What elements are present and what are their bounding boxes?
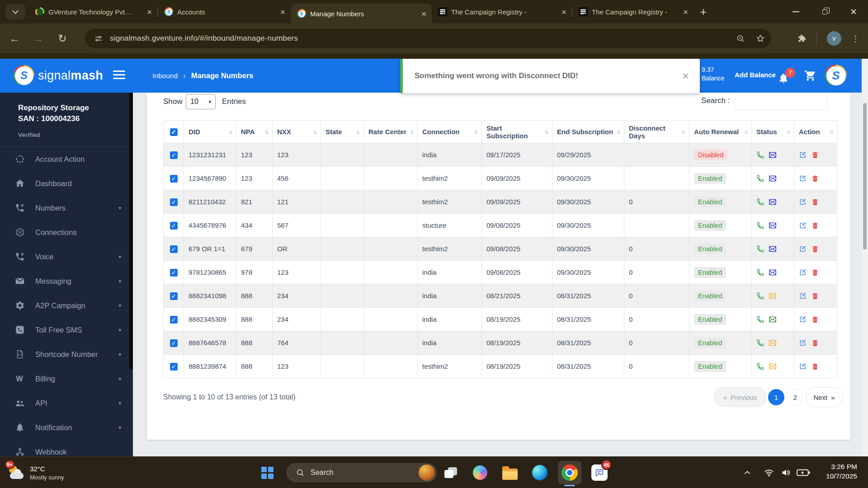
row-checkbox[interactable]: ✓ <box>170 222 178 230</box>
hamburger-menu-icon[interactable] <box>113 70 125 81</box>
edit-icon[interactable] <box>799 174 807 183</box>
profile-avatar[interactable]: v <box>827 31 841 46</box>
delete-icon[interactable] <box>811 151 819 159</box>
envelope-icon[interactable] <box>769 151 777 159</box>
edit-icon[interactable] <box>799 315 807 324</box>
column-header[interactable]: Status↑↓ <box>752 121 794 143</box>
sort-icon[interactable]: ↑↓ <box>786 128 789 135</box>
page-button-1[interactable]: 1 <box>768 389 784 405</box>
sort-icon[interactable]: ↑↓ <box>356 128 359 135</box>
toast-close-icon[interactable]: × <box>682 70 689 82</box>
row-checkbox[interactable]: ✓ <box>170 245 178 253</box>
phone-icon[interactable] <box>756 268 764 277</box>
column-header[interactable]: DID↑↓ <box>184 121 236 143</box>
delete-icon[interactable] <box>811 174 819 183</box>
edit-icon[interactable] <box>799 151 807 159</box>
delete-icon[interactable] <box>811 339 819 347</box>
edit-icon[interactable] <box>799 198 807 206</box>
envelope-icon[interactable] <box>769 292 777 300</box>
envelope-icon[interactable] <box>769 339 777 347</box>
weather-widget[interactable]: 9+ 32°C Mostly sunny <box>7 457 64 488</box>
edit-icon[interactable] <box>799 245 807 253</box>
sidebar-scrollbar[interactable] <box>129 93 133 369</box>
phone-icon[interactable] <box>756 315 764 324</box>
cart-icon[interactable] <box>804 70 816 82</box>
entries-per-page-select[interactable]: 10 ▾ <box>186 94 216 109</box>
delete-icon[interactable] <box>811 292 819 300</box>
column-header[interactable]: End Subscription↑↓ <box>552 121 624 143</box>
row-checkbox[interactable]: ✓ <box>170 175 178 183</box>
tab-search-button[interactable] <box>5 4 25 19</box>
column-header[interactable]: Connection↑↓ <box>418 121 482 143</box>
phone-icon[interactable] <box>756 198 764 206</box>
battery-icon[interactable] <box>797 468 810 478</box>
envelope-icon[interactable] <box>769 174 777 183</box>
column-header[interactable]: State↑↓ <box>321 121 364 143</box>
sidebar-item-account-action[interactable]: Account Action <box>0 147 133 171</box>
sidebar-item-dashboard[interactable]: Dashboard <box>0 171 133 196</box>
file-explorer-icon[interactable] <box>502 465 518 481</box>
breadcrumb-inbound[interactable]: Inbound <box>152 72 178 80</box>
sort-icon[interactable]: ↑↓ <box>544 128 547 135</box>
envelope-icon[interactable] <box>769 315 777 324</box>
sort-icon[interactable]: ↑↓ <box>616 128 619 135</box>
envelope-icon[interactable] <box>769 362 777 371</box>
column-header[interactable]: Rate Center↑↓ <box>364 121 418 143</box>
wifi-icon[interactable] <box>763 468 775 478</box>
envelope-icon[interactable] <box>769 221 777 230</box>
edit-icon[interactable] <box>799 268 807 277</box>
row-checkbox[interactable]: ✓ <box>170 316 178 324</box>
start-button[interactable] <box>261 467 274 479</box>
phone-icon[interactable] <box>756 221 764 230</box>
page-button-2[interactable]: 2 <box>787 389 803 405</box>
taskbar-search[interactable]: Search <box>287 463 437 482</box>
browser-tab[interactable]: SAccounts× <box>158 0 291 23</box>
sort-icon[interactable]: ↑↓ <box>744 128 747 135</box>
tab-close-icon[interactable]: × <box>560 7 568 17</box>
window-restore-button[interactable] <box>810 0 839 23</box>
sort-icon[interactable]: ↑↓ <box>228 128 231 135</box>
signalmash-logo-icon[interactable]: S <box>14 65 34 86</box>
phone-icon[interactable] <box>756 245 764 253</box>
column-header[interactable]: NPA↑↓ <box>236 121 273 143</box>
forward-button[interactable]: → <box>29 23 47 53</box>
new-tab-button[interactable]: + <box>700 6 707 18</box>
row-checkbox[interactable]: ✓ <box>170 339 178 347</box>
sidebar-item-messaging[interactable]: Messaging▾ <box>0 269 133 293</box>
tab-close-icon[interactable]: × <box>145 7 154 17</box>
envelope-icon[interactable] <box>769 198 777 206</box>
edit-icon[interactable] <box>799 339 807 347</box>
page-scrollbar-thumb[interactable] <box>863 103 867 249</box>
sidebar-item-webhook[interactable]: Webhook <box>0 440 133 456</box>
sidebar-item-numbers[interactable]: Numbers▾ <box>0 196 133 220</box>
task-view-icon[interactable] <box>443 465 459 481</box>
sort-icon[interactable]: ↑↓ <box>474 128 477 135</box>
envelope-icon[interactable] <box>769 245 777 253</box>
delete-icon[interactable] <box>811 245 819 253</box>
phone-icon[interactable] <box>756 362 764 371</box>
tab-close-icon[interactable]: × <box>681 7 690 17</box>
sidebar-item-connections[interactable]: Connections <box>0 220 133 244</box>
delete-icon[interactable] <box>811 315 819 324</box>
search-highlight-image[interactable] <box>419 465 435 481</box>
address-bar[interactable]: signalmash.gventure.info/#/inbound/manag… <box>85 28 771 48</box>
edit-icon[interactable] <box>799 292 807 300</box>
sidebar-item-billing[interactable]: Billing▾ <box>0 366 133 391</box>
chrome-icon[interactable] <box>561 465 578 481</box>
column-header[interactable]: Action↑↓ <box>794 121 837 143</box>
phone-icon[interactable] <box>756 292 764 300</box>
account-logo-icon[interactable]: S <box>825 65 847 86</box>
window-minimize-button[interactable] <box>781 0 810 23</box>
next-page-button[interactable]: Next » <box>806 387 843 407</box>
sidebar-item-a2p-campaign[interactable]: A2P Campaign▾ <box>0 293 133 318</box>
sort-icon[interactable]: ↑↓ <box>410 128 413 135</box>
browser-tab[interactable]: The Campaign Registry -× <box>432 0 572 23</box>
clock[interactable]: 3:26 PM 10/7/2025 <box>826 462 857 481</box>
window-close-button[interactable]: × <box>839 0 868 23</box>
edit-icon[interactable] <box>799 362 807 371</box>
sort-icon[interactable]: ↑↓ <box>829 128 832 135</box>
row-checkbox[interactable]: ✓ <box>170 269 178 277</box>
envelope-icon[interactable] <box>769 268 777 277</box>
extensions-icon[interactable] <box>797 34 807 43</box>
browser-tab[interactable]: SManage Numbers× <box>291 4 432 23</box>
